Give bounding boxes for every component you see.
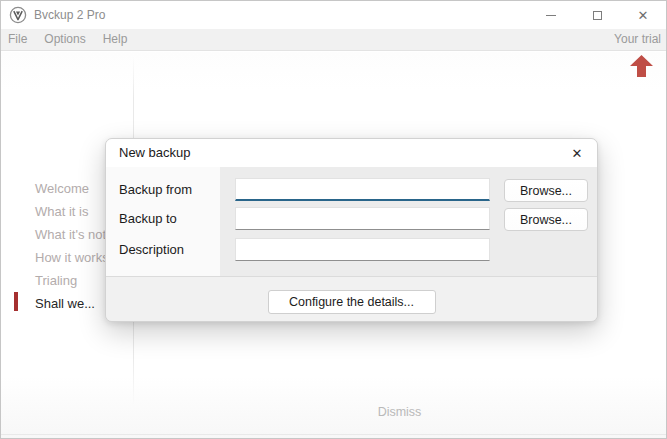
dialog-title-bar: New backup ✕: [106, 139, 597, 167]
title-bar: Bvckup 2 Pro ✕: [1, 1, 666, 29]
backup-to-input[interactable]: [235, 207, 490, 230]
dialog-close-button[interactable]: ✕: [563, 139, 591, 167]
menu-bar: File Options Help Your trial: [1, 29, 666, 51]
menu-help[interactable]: Help: [100, 29, 131, 50]
bottom-divider-line: [1, 434, 666, 435]
new-backup-dialog: New backup ✕ Backup from Browse... Backu…: [105, 138, 598, 322]
dialog-close-icon: ✕: [572, 146, 583, 161]
dialog-footer: Configure the details...: [106, 277, 597, 321]
description-input[interactable]: [235, 238, 490, 261]
maximize-icon: [593, 11, 602, 20]
window-title: Bvckup 2 Pro: [34, 8, 528, 22]
backup-from-input[interactable]: [235, 178, 490, 201]
minimize-button[interactable]: [528, 1, 574, 29]
caption-buttons: ✕: [528, 1, 666, 29]
configure-details-button[interactable]: Configure the details...: [268, 290, 436, 314]
close-button[interactable]: ✕: [620, 1, 666, 29]
minimize-icon: [546, 15, 556, 16]
backup-to-label: Backup to: [119, 207, 219, 230]
menu-options[interactable]: Options: [41, 29, 88, 50]
close-icon: ✕: [638, 9, 649, 22]
active-item-marker: [14, 292, 18, 311]
menu-your-trial[interactable]: Your trial: [614, 29, 661, 50]
dismiss-link[interactable]: Dismiss: [133, 405, 666, 419]
description-label: Description: [119, 238, 219, 261]
maximize-button[interactable]: [574, 1, 620, 29]
backup-from-label: Backup from: [119, 178, 219, 201]
app-window: Bvckup 2 Pro ✕ File Options Help Your tr…: [0, 0, 667, 439]
trial-hint-arrow-icon: [630, 55, 653, 78]
app-logo-icon[interactable]: [9, 6, 27, 24]
backup-to-browse-button[interactable]: Browse...: [504, 208, 588, 231]
dialog-title: New backup: [119, 139, 191, 167]
menu-file[interactable]: File: [5, 29, 30, 50]
backup-from-browse-button[interactable]: Browse...: [504, 179, 588, 202]
